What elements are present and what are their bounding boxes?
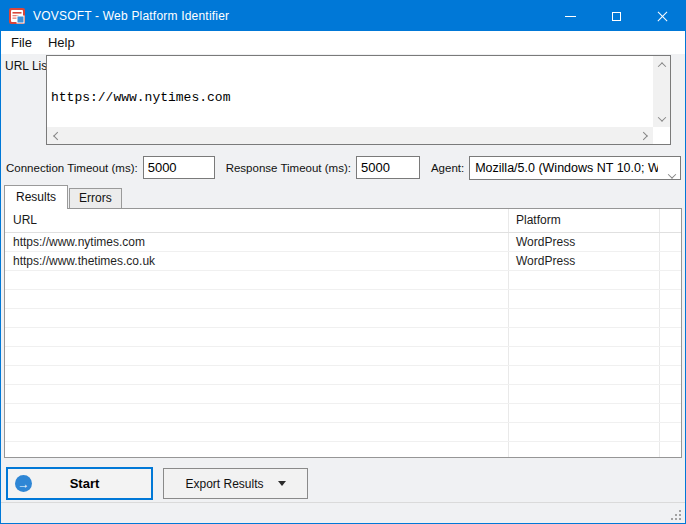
chevron-down-icon <box>669 165 675 180</box>
resize-grip-icon[interactable] <box>669 508 681 520</box>
scroll-down-button[interactable] <box>653 110 670 127</box>
table-row-empty <box>5 328 681 347</box>
agent-select-value: Mozilla/5.0 (Windows NT 10.0; Win64 <box>475 161 658 175</box>
minimize-icon <box>565 16 576 17</box>
vertical-scrollbar[interactable] <box>653 56 670 127</box>
table-row-empty <box>5 423 681 442</box>
table-row-empty <box>5 404 681 423</box>
cell-url: https://www.thetimes.co.uk <box>13 254 155 268</box>
maximize-icon <box>612 12 621 21</box>
maximize-button[interactable] <box>593 1 639 31</box>
chevron-right-icon <box>639 131 647 139</box>
statusbar <box>1 502 685 523</box>
export-results-label: Export Results <box>185 477 263 491</box>
table-row[interactable]: https://www.thetimes.co.uk WordPress <box>5 252 681 271</box>
menu-help[interactable]: Help <box>40 33 83 52</box>
table-row-empty <box>5 290 681 309</box>
response-timeout-label: Response Timeout (ms): <box>226 162 351 174</box>
table-header: URL Platform <box>5 209 681 233</box>
options-row: Connection Timeout (ms): Response Timeou… <box>1 151 685 184</box>
cell-platform: WordPress <box>516 235 575 249</box>
url-list-content[interactable]: https://www.nytimes.com https://www.thet… <box>48 57 652 126</box>
agent-label: Agent: <box>431 162 464 174</box>
close-button[interactable] <box>639 1 685 31</box>
table-row[interactable]: https://www.nytimes.com WordPress <box>5 233 681 252</box>
scroll-left-button[interactable] <box>47 127 64 144</box>
cell-url: https://www.nytimes.com <box>13 235 145 249</box>
start-button-label: Start <box>32 476 137 491</box>
cell-platform: WordPress <box>516 254 575 268</box>
titlebar: VOVSOFT - Web Platform Identifier <box>1 1 685 31</box>
response-timeout-input[interactable] <box>356 156 420 179</box>
column-header-url[interactable]: URL <box>13 213 37 227</box>
url-list-textarea[interactable]: https://www.nytimes.com https://www.thet… <box>46 55 671 145</box>
horizontal-scrollbar[interactable] <box>47 127 653 144</box>
column-header-platform[interactable]: Platform <box>516 213 561 227</box>
menubar: File Help <box>1 31 685 54</box>
results-panel: URL Platform https://www.nytimes.com Wor… <box>4 208 682 458</box>
connection-timeout-input[interactable] <box>143 156 215 179</box>
table-row-empty <box>5 366 681 385</box>
table-row-empty <box>5 442 681 458</box>
caret-down-icon <box>278 481 286 486</box>
chevron-down-icon <box>657 113 665 121</box>
window-title: VOVSOFT - Web Platform Identifier <box>33 9 229 23</box>
app-window: VOVSOFT - Web Platform Identifier File H… <box>0 0 686 524</box>
window-controls <box>547 1 685 31</box>
url-list-panel: URL List: https://www.nytimes.com https:… <box>1 54 685 151</box>
menu-file[interactable]: File <box>3 33 40 52</box>
table-row-empty <box>5 347 681 366</box>
actions-row: → Start Export Results <box>1 458 685 502</box>
chevron-up-icon <box>657 62 665 70</box>
table-row-empty <box>5 309 681 328</box>
agent-select[interactable]: Mozilla/5.0 (Windows NT 10.0; Win64 <box>469 156 681 180</box>
tab-errors[interactable]: Errors <box>69 188 122 208</box>
start-button[interactable]: → Start <box>6 467 153 500</box>
tab-bar: Results Errors <box>1 184 685 208</box>
chevron-left-icon <box>53 131 61 139</box>
export-results-button[interactable]: Export Results <box>163 468 308 499</box>
scroll-right-button[interactable] <box>636 127 653 144</box>
table-row-empty <box>5 385 681 404</box>
close-icon <box>656 10 669 23</box>
url-line: https://www.nytimes.com <box>51 90 649 106</box>
arrow-right-circle-icon: → <box>15 475 32 492</box>
app-icon <box>9 8 25 24</box>
scroll-up-button[interactable] <box>653 56 670 73</box>
connection-timeout-label: Connection Timeout (ms): <box>6 162 138 174</box>
table-row-empty <box>5 271 681 290</box>
minimize-button[interactable] <box>547 1 593 31</box>
tab-results[interactable]: Results <box>4 185 68 209</box>
